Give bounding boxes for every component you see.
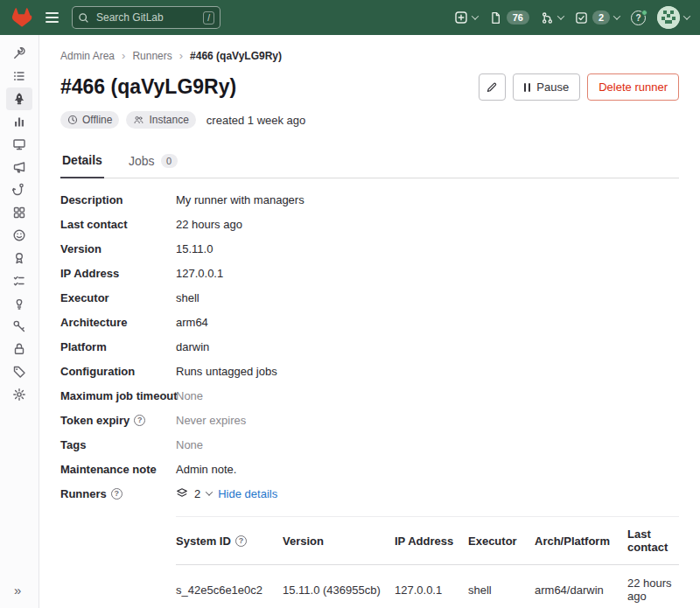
merge-requests-menu-button[interactable]	[541, 11, 564, 24]
search-input[interactable]	[94, 10, 198, 24]
pencil-icon	[486, 81, 498, 94]
runner-managers-count: 2	[194, 487, 200, 500]
clock-icon	[67, 115, 78, 125]
detail-row-configuration: Configuration Runs untagged jobs	[60, 359, 679, 383]
help-icon[interactable]	[631, 10, 646, 25]
delete-runner-button[interactable]: Delete runner	[587, 73, 679, 101]
sidebar-grid-icon[interactable]	[6, 201, 32, 224]
runner-tabs: Details Jobs 0	[60, 144, 679, 178]
layers-icon	[176, 487, 188, 500]
tab-details[interactable]: Details	[60, 144, 104, 178]
breadcrumb-runners[interactable]: Runners	[132, 50, 172, 62]
main-content: Admin Area Runners #466 (qaVyLG9Ry) #466…	[39, 35, 700, 608]
detail-row-token-expiry: Token expiry Never expires	[60, 408, 679, 432]
new-menu-button[interactable]	[454, 10, 478, 24]
search-icon	[78, 12, 89, 24]
sidebar-medal-icon[interactable]	[6, 247, 32, 269]
pause-icon	[524, 83, 531, 92]
table-row: s_42e5c6e1e0c2 15.11.0 (436955cb) 127.0.…	[176, 565, 679, 608]
hide-details-link[interactable]: Hide details	[218, 487, 277, 500]
created-timestamp: created 1 week ago	[206, 114, 305, 127]
collapse-sidebar-button[interactable]	[0, 581, 21, 599]
detail-row-architecture: Architecture arm64	[60, 310, 679, 334]
people-icon	[133, 115, 144, 125]
sidebar-list-icon[interactable]	[6, 65, 32, 87]
col-system-id: System ID	[176, 535, 231, 548]
runner-details-list: Description My runner with managers Last…	[60, 187, 679, 506]
col-ip-address: IP Address	[395, 517, 468, 565]
status-badge: Offline	[60, 111, 119, 129]
sidebar-megaphone-icon[interactable]	[6, 156, 32, 178]
admin-sidebar	[0, 35, 39, 608]
sidebar-gear-icon[interactable]	[6, 383, 32, 406]
search-shortcut-key: /	[203, 11, 214, 24]
chevron-down-icon[interactable]	[206, 488, 213, 495]
detail-row-tags: Tags None	[60, 432, 679, 457]
sidebar-hook-icon[interactable]	[6, 178, 32, 201]
detail-row-maximum-job-timeout: Maximum job timeout None	[60, 383, 679, 408]
todos-menu-button[interactable]: 2	[575, 10, 620, 24]
edit-runner-button[interactable]	[479, 73, 506, 101]
breadcrumb: Admin Area Runners #466 (qaVyLG9Ry)	[60, 35, 679, 62]
help-icon[interactable]	[235, 535, 247, 547]
tab-jobs[interactable]: Jobs 0	[127, 144, 179, 178]
plus-square-icon	[454, 10, 468, 24]
sidebar-chart-icon[interactable]	[6, 110, 32, 133]
runner-managers-table: System ID Version IP Address Executor Ar…	[176, 516, 679, 608]
detail-row-last-contact: Last contact 22 hours ago	[60, 212, 679, 236]
table-header-row: System ID Version IP Address Executor Ar…	[176, 517, 679, 565]
breadcrumb-separator-icon	[179, 49, 183, 62]
chevron-down-icon	[683, 12, 690, 19]
sidebar-lightbulb-icon[interactable]	[6, 292, 32, 315]
notification-dot-icon	[641, 10, 648, 16]
detail-row-executor: Executor shell	[60, 285, 679, 310]
menu-toggle-button[interactable]	[42, 9, 62, 26]
col-executor: Executor	[468, 517, 535, 565]
user-menu-button[interactable]	[657, 6, 690, 29]
chevron-down-icon	[557, 12, 564, 19]
help-icon[interactable]	[111, 488, 122, 500]
sidebar-wrench-icon[interactable]	[6, 42, 32, 65]
col-version: Version	[283, 517, 395, 565]
sidebar-key-icon[interactable]	[6, 315, 32, 338]
detail-row-maintenance-note: Maintenance note Admin note.	[60, 457, 679, 481]
sidebar-lock-icon[interactable]	[6, 338, 32, 360]
detail-row-version: Version 15.11.0	[60, 236, 679, 261]
merge-request-icon	[541, 11, 554, 24]
chevron-down-icon	[613, 12, 620, 19]
issues-menu-button[interactable]: 76	[489, 10, 529, 24]
detail-row-platform: Platform darwin	[60, 334, 679, 359]
detail-row-description: Description My runner with managers	[60, 187, 679, 212]
chevron-down-icon	[471, 12, 478, 19]
jobs-count-badge: 0	[161, 154, 178, 168]
todos-count-badge: 2	[592, 10, 610, 24]
sidebar-monitor-icon[interactable]	[6, 133, 32, 156]
breadcrumb-current: #466 (qaVyLG9Ry)	[190, 50, 282, 62]
pause-runner-button[interactable]: Pause	[513, 73, 580, 101]
sidebar-checklist-icon[interactable]	[6, 269, 32, 292]
sidebar-runners-rocket-icon[interactable]	[6, 87, 32, 110]
issues-icon	[489, 11, 502, 24]
issues-count-badge: 76	[507, 10, 529, 24]
col-last-contact: Last contact	[627, 517, 679, 565]
sidebar-label-icon[interactable]	[6, 360, 32, 383]
breadcrumb-separator-icon	[122, 49, 125, 62]
runner-type-badge: Instance	[126, 111, 195, 129]
sidebar-smiley-icon[interactable]	[6, 224, 32, 247]
todo-check-icon	[575, 11, 588, 24]
help-icon[interactable]	[134, 415, 145, 426]
page-title: #466 (qaVyLG9Ry)	[60, 75, 236, 99]
global-search[interactable]: /	[72, 6, 220, 29]
avatar	[657, 6, 680, 29]
col-arch-platform: Arch/Platform	[535, 517, 627, 565]
breadcrumb-admin-area[interactable]: Admin Area	[60, 50, 115, 62]
gitlab-logo-icon[interactable]	[10, 7, 32, 28]
detail-row-runners: Runners 2 Hide details	[60, 481, 679, 506]
detail-row-ip-address: IP Address 127.0.0.1	[60, 261, 679, 285]
top-navigation-bar: / 76 2	[0, 0, 700, 35]
